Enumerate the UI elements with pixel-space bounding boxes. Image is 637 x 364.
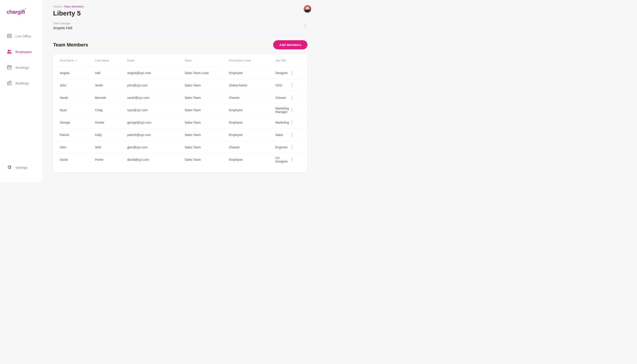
cell-first-name: Patrick xyxy=(60,133,95,137)
column-header[interactable]: Team xyxy=(185,59,229,62)
sidebar-item-employees[interactable]: Employees xyxy=(0,44,42,60)
user-avatar[interactable] xyxy=(303,4,312,13)
cell-team: Sales Team xyxy=(185,84,229,87)
row-actions-icon[interactable] xyxy=(290,145,294,149)
row-actions-icon[interactable] xyxy=(290,158,294,162)
column-header[interactable]: Email xyxy=(127,59,185,62)
svg-rect-1 xyxy=(8,35,9,36)
team-manager-label: Team Manager xyxy=(53,22,72,25)
svg-rect-3 xyxy=(10,35,10,37)
row-actions-icon[interactable] xyxy=(290,83,294,87)
cell-email: patrick@xyz.com xyxy=(127,133,185,137)
table-row[interactable]: Patrick Kelly patrick@xyz.com Sales Team… xyxy=(53,128,308,141)
sidebar-item-buildings[interactable]: Buildings xyxy=(0,76,42,91)
cell-first-name: David xyxy=(60,158,95,162)
cell-team: Sales Team xyxy=(185,158,229,162)
sidebar-item-label: Buildings xyxy=(16,82,29,85)
table-row[interactable]: John Smith john@xyz.com Sales Team Globa… xyxy=(53,79,308,91)
row-actions-icon[interactable] xyxy=(290,133,294,137)
members-table: First NameLast NameEmailTeamPermission L… xyxy=(53,54,308,172)
cell-permission: Employee xyxy=(229,71,275,75)
sidebar-item-label: Bookings xyxy=(16,66,29,70)
cell-first-name: Sarah xyxy=(60,96,95,100)
table-row[interactable]: Angela Hall angela@xyz.com Sales Team Le… xyxy=(53,66,308,79)
cell-permission: Employee xyxy=(229,121,275,124)
sidebar-item-live-office[interactable]: Live Office xyxy=(0,28,42,44)
cell-last-name: Hall xyxy=(95,71,127,75)
cell-permission: Cleaner xyxy=(229,146,275,149)
sidebar-item-label: Settings xyxy=(16,166,28,170)
table-header: First NameLast NameEmailTeamPermission L… xyxy=(53,54,308,66)
cell-team: Sales Team xyxy=(185,108,229,112)
buildings-icon xyxy=(7,80,12,86)
cell-email: glen@xyz.com xyxy=(127,146,185,149)
sidebar-item-settings[interactable]: Settings xyxy=(0,160,42,175)
svg-rect-16 xyxy=(10,82,10,82)
brand-logo: chargifi+ xyxy=(0,9,42,28)
cell-team: Sales Team Lead xyxy=(185,71,229,75)
cell-last-name: Porter xyxy=(95,158,127,162)
sidebar-item-label: Live Office xyxy=(16,34,31,38)
cell-permission: Employee xyxy=(229,158,275,162)
cell-last-name: Kelly xyxy=(95,133,127,137)
cell-first-name: John xyxy=(60,84,95,87)
row-actions-icon[interactable] xyxy=(290,108,294,112)
cell-last-name: Craig xyxy=(95,108,127,112)
cell-email: george@xyz.com xyxy=(127,121,185,124)
table-row[interactable]: Ryan Craig ryan@xyz.com Sales Team Emplo… xyxy=(53,104,308,116)
more-options-icon[interactable] xyxy=(303,24,308,28)
gear-icon xyxy=(7,164,12,170)
cell-team: Sales Team xyxy=(185,146,229,149)
cell-last-name: Hunter xyxy=(95,121,127,124)
cell-job-title: Engineer xyxy=(275,146,290,149)
page-title: Liberty 5 xyxy=(53,10,308,17)
sidebar-item-bookings[interactable]: Bookings xyxy=(0,60,42,76)
svg-rect-13 xyxy=(10,67,10,68)
column-header[interactable]: First Name xyxy=(60,59,95,62)
section-title: Team Members xyxy=(53,42,88,48)
cell-last-name: Bennett xyxy=(95,96,127,100)
add-members-button[interactable]: Add Members xyxy=(273,40,308,49)
svg-rect-20 xyxy=(8,83,8,83)
live-office-icon xyxy=(7,33,12,39)
column-header[interactable]: Last Name xyxy=(95,59,127,62)
table-row[interactable]: Glen Weir glen@xyz.com Sales Team Cleane… xyxy=(53,141,308,153)
svg-rect-19 xyxy=(10,83,10,83)
cell-job-title: Sales xyxy=(275,133,290,137)
cell-email: david@xyz.com xyxy=(127,158,185,162)
nav: Live Office Employees Bookings Buildings xyxy=(0,28,42,160)
column-header[interactable]: Job Title xyxy=(275,59,290,62)
column-header[interactable]: Permission Level xyxy=(229,59,275,62)
cell-first-name: Angela xyxy=(60,71,95,75)
svg-rect-11 xyxy=(8,67,9,68)
cell-team: Sales Team xyxy=(185,133,229,137)
cell-permission: Employee xyxy=(229,108,275,112)
svg-rect-4 xyxy=(10,35,11,37)
cell-job-title: Cleaner xyxy=(275,96,290,100)
sidebar: chargifi+ Live Office Employees Bookings… xyxy=(0,0,42,182)
section-header: Team Members Add Members xyxy=(53,40,308,49)
cell-email: angela@xyz.com xyxy=(127,71,185,75)
main-content: Teams / Team Members Liberty 5 Team Mana… xyxy=(42,0,318,182)
row-actions-icon[interactable] xyxy=(290,71,294,75)
cell-job-title: CEO xyxy=(275,84,290,87)
employees-icon xyxy=(7,49,12,55)
cell-last-name: Weir xyxy=(95,146,127,149)
svg-rect-2 xyxy=(8,36,9,37)
table-row[interactable]: George Hunter george@xyz.com Sales Team … xyxy=(53,116,308,128)
breadcrumb-parent[interactable]: Teams xyxy=(53,5,62,8)
table-row[interactable]: David Porter david@xyz.com Sales Team Em… xyxy=(53,153,308,166)
row-actions-icon[interactable] xyxy=(290,120,294,124)
row-actions-icon[interactable] xyxy=(290,96,294,100)
svg-point-5 xyxy=(8,50,10,52)
breadcrumb: Teams / Team Members xyxy=(53,5,308,8)
table-row[interactable]: Sarah Bennett sarah@xyz.com Sales Team C… xyxy=(53,91,308,104)
cell-team: Sales Team xyxy=(185,96,229,100)
svg-rect-12 xyxy=(9,67,10,68)
team-manager-block: Team Manager Angela Hall xyxy=(53,22,308,36)
svg-rect-15 xyxy=(9,81,11,85)
cell-email: john@xyz.com xyxy=(127,84,185,87)
cell-permission: Cleaner xyxy=(229,96,275,100)
svg-point-6 xyxy=(10,50,11,52)
svg-rect-18 xyxy=(10,83,10,83)
